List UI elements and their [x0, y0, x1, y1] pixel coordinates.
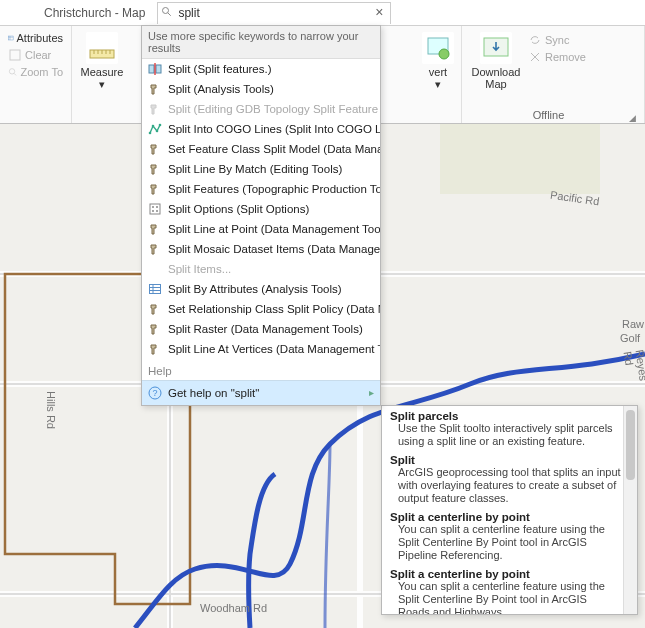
command-search-wrap: × — [157, 2, 391, 24]
svg-point-43 — [156, 210, 158, 212]
search-result-label: Split (Analysis Tools) — [168, 83, 274, 95]
offline-group-label: Offline — [468, 109, 629, 123]
svg-point-41 — [156, 206, 158, 208]
attributes-button[interactable]: Attributes — [6, 30, 65, 46]
svg-point-38 — [159, 124, 162, 127]
search-result-label: Split Items... — [168, 263, 231, 275]
search-result-label: Split Line By Match (Editing Tools) — [168, 163, 342, 175]
help-topic[interactable]: Split parcelsUse the Split toolto intera… — [390, 410, 621, 448]
svg-point-0 — [163, 7, 169, 13]
options-icon — [148, 202, 162, 216]
search-result-item[interactable]: Split (Analysis Tools) — [142, 79, 380, 99]
help-flyout-panel: Split parcelsUse the Split toolto intera… — [381, 405, 638, 615]
convert-label: vert▾ — [418, 66, 458, 90]
svg-point-35 — [149, 132, 152, 135]
help-scroll-thumb[interactable] — [626, 410, 635, 480]
clear-label: Clear — [25, 49, 51, 61]
svg-line-7 — [14, 73, 16, 75]
help-icon: ? — [148, 386, 162, 400]
cogo-icon — [148, 122, 162, 136]
svg-rect-32 — [149, 65, 154, 73]
search-result-item[interactable]: Split Line By Match (Editing Tools) — [142, 159, 380, 179]
label-raw: Raw — [622, 318, 644, 330]
search-result-item[interactable]: Split (Split features.) — [142, 59, 380, 79]
search-result-item[interactable]: Set Feature Class Split Model (Data Mana… — [142, 139, 380, 159]
measure-label: Measure▾ — [78, 66, 126, 90]
help-topic-body: You can split a centerline feature using… — [390, 523, 621, 562]
help-topic-body: Use the Split toolto interactively split… — [390, 422, 621, 448]
convert-button[interactable]: vert▾ — [418, 30, 458, 90]
search-result-item[interactable]: Split Features (Topographic Production T… — [142, 179, 380, 199]
attributes-label: Attributes — [17, 32, 63, 44]
svg-text:?: ? — [152, 388, 157, 398]
search-result-label: Split Into COGO Lines (Split Into COGO L… — [168, 123, 380, 135]
dropdown-hint: Use more specific keywords to narrow you… — [142, 26, 380, 59]
dropdown-help-link[interactable]: ? Get help on "split" ▸ — [142, 380, 380, 405]
search-result-item[interactable]: Split Line at Point (Data Management Too… — [142, 219, 380, 239]
svg-rect-44 — [150, 285, 161, 294]
measure-button[interactable]: Measure▾ — [78, 30, 126, 90]
svg-rect-33 — [156, 65, 161, 73]
hammer-icon — [148, 102, 162, 116]
svg-line-1 — [168, 12, 171, 15]
search-result-label: Split Options (Split Options) — [168, 203, 309, 215]
search-result-label: Set Feature Class Split Model (Data Mana… — [168, 143, 380, 155]
hammer-icon — [148, 242, 162, 256]
search-result-label: Split Line at Point (Data Management Too… — [168, 223, 380, 235]
svg-point-18 — [439, 49, 449, 59]
measure-icon — [86, 32, 118, 64]
road-label-hills: Hills Rd — [45, 391, 57, 429]
download-map-button[interactable]: Download Map — [468, 30, 524, 90]
command-search-input[interactable] — [157, 2, 391, 24]
map-tab-title[interactable]: Christchurch - Map — [0, 6, 157, 20]
help-scrollbar[interactable] — [623, 406, 637, 614]
help-topic[interactable]: Split a centerline by pointYou can split… — [390, 511, 621, 562]
search-result-label: Split (Editing GDB Topology Split Featur… — [168, 103, 380, 115]
hammer-icon — [148, 82, 162, 96]
chevron-right-icon: ▸ — [369, 387, 374, 398]
help-link-label: Get help on "split" — [168, 387, 259, 399]
download-map-icon — [480, 32, 512, 64]
offline-dialog-launcher[interactable]: ◢ — [629, 113, 638, 123]
convert-icon — [422, 32, 454, 64]
search-result-label: Split Features (Topographic Production T… — [168, 183, 380, 195]
search-result-label: Split Line At Vertices (Data Management … — [168, 343, 380, 355]
help-topic[interactable]: SplitArcGIS geoprocessing tool that spli… — [390, 454, 621, 505]
hammer-icon — [148, 322, 162, 336]
search-result-item[interactable]: Split Line At Vertices (Data Management … — [142, 339, 380, 359]
sync-label: Sync — [545, 34, 569, 46]
help-topic-title: Split a centerline by point — [390, 568, 621, 580]
search-result-item[interactable]: Split Into COGO Lines (Split Into COGO L… — [142, 119, 380, 139]
road-label-woodham: Woodham Rd — [200, 602, 267, 614]
search-result-item[interactable]: Split By Attributes (Analysis Tools) — [142, 279, 380, 299]
split-feature-icon — [148, 62, 162, 76]
search-result-item[interactable]: Split Raster (Data Management Tools) — [142, 319, 380, 339]
help-topic[interactable]: Split a centerline by pointYou can split… — [390, 568, 621, 614]
search-result-item: Split Items... — [142, 259, 380, 279]
search-result-item[interactable]: Split Mosaic Dataset Items (Data Managem… — [142, 239, 380, 259]
hammer-icon — [148, 162, 162, 176]
remove-label: Remove — [545, 51, 586, 63]
hammer-icon — [148, 342, 162, 356]
svg-point-6 — [9, 69, 14, 74]
search-result-label: Split Mosaic Dataset Items (Data Managem… — [168, 243, 380, 255]
hammer-icon — [148, 302, 162, 316]
search-result-item: Split (Editing GDB Topology Split Featur… — [142, 99, 380, 119]
search-result-item[interactable]: Set Relationship Class Split Policy (Dat… — [142, 299, 380, 319]
dropdown-help-section: Help — [142, 359, 380, 380]
hammer-icon — [148, 222, 162, 236]
help-topic-title: Split a centerline by point — [390, 511, 621, 523]
road-label-reyes: Reyes Rd — [622, 349, 645, 383]
search-result-item[interactable]: Split Options (Split Options) — [142, 199, 380, 219]
search-clear-button[interactable]: × — [371, 4, 387, 20]
svg-rect-31 — [440, 124, 600, 194]
remove-button: Remove — [526, 49, 588, 65]
sync-button: Sync — [526, 32, 588, 48]
svg-point-42 — [152, 210, 154, 212]
clear-button: Clear — [6, 47, 65, 63]
svg-rect-39 — [150, 204, 160, 214]
download-map-label: Download Map — [468, 66, 524, 90]
hammer-icon — [148, 182, 162, 196]
help-topic-title: Split — [390, 454, 621, 466]
help-topic-body: ArcGIS geoprocessing tool that splits an… — [390, 466, 621, 505]
